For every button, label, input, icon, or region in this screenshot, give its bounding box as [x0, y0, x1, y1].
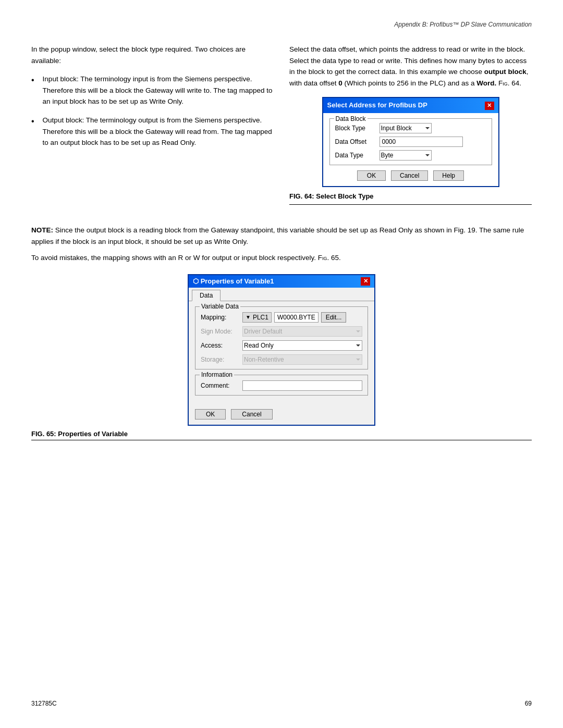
mapping-value: W0000.BYTE: [274, 312, 319, 323]
dialog1-title: Select Address for Profibus DP: [327, 100, 427, 111]
comment-row: Comment:: [201, 380, 362, 391]
dialog1-close-button[interactable]: ✕: [485, 102, 494, 110]
prop-ok-button[interactable]: OK: [195, 409, 226, 419]
data-type-row: Data Type Byte Word: [335, 150, 486, 161]
dialog1-title-text: Select Address for Profibus DP: [327, 100, 427, 111]
note-para2: To avoid mistakes, the mapping shows wit…: [31, 252, 532, 264]
info-group-title: Information: [200, 371, 234, 378]
prop-title-bar: ⬡ Properties of Variable1 ✕: [189, 275, 374, 288]
prop-title-icon: ⬡: [193, 277, 199, 285]
select-address-dialog: Select Address for Profibus DP ✕ Data Bl…: [322, 97, 499, 187]
variable-data-group: Variable Data Mapping: ▼ PLC1 W0000.BYT: [195, 306, 368, 369]
bullet-list: Input block: The terminology input is fr…: [31, 73, 274, 149]
mapping-row: Mapping: ▼ PLC1 W0000.BYTE Edit...: [201, 312, 362, 323]
plc-arrow-icon: ▼: [246, 314, 251, 320]
comment-label: Comment:: [201, 382, 242, 389]
storage-label: Storage:: [201, 356, 242, 363]
dialog1-title-bar: Select Address for Profibus DP ✕: [323, 98, 498, 113]
data-offset-label: Data Offset: [335, 137, 380, 147]
right-column: Select the data offset, which points the…: [289, 44, 532, 209]
intro-paragraph: In the popup window, select the block ty…: [31, 44, 274, 66]
note-section: NOTE: Since the output block is a readin…: [31, 225, 532, 264]
note-text: NOTE: Since the output block is a readin…: [31, 225, 532, 247]
dialog1-buttons: OK Cancel Help: [329, 170, 492, 181]
bullet-text-1: Input block: The terminology input is fr…: [43, 73, 274, 107]
bullet-text-2: Output block: The terminology output is …: [43, 115, 274, 149]
prop-cancel-button[interactable]: Cancel: [231, 409, 272, 419]
fig65-caption: FIG. 65: Properties of Variable: [31, 430, 532, 440]
plc-name: PLC1: [253, 314, 268, 321]
prop-body: Data Variable Data Mapping: ▼: [189, 288, 374, 425]
prop-close-button[interactable]: ✕: [361, 277, 370, 286]
access-label: Access:: [201, 342, 242, 349]
dialog1-wrapper: Select Address for Profibus DP ✕ Data Bl…: [289, 97, 532, 187]
storage-row: Storage: Non-Retentive: [201, 354, 362, 365]
tab-data[interactable]: Data: [192, 290, 221, 301]
mapping-value-text: W0000.BYTE: [277, 314, 315, 321]
data-offset-row: Data Offset: [335, 137, 486, 147]
block-type-row: Block Type Input Block Output Block: [335, 123, 486, 133]
prop-button-row: OK Cancel: [189, 406, 374, 425]
tab-data-label: Data: [200, 292, 213, 299]
block-type-select[interactable]: Input Block Output Block: [380, 123, 432, 133]
footer: 312785C 69: [31, 700, 532, 707]
block-type-label: Block Type: [335, 124, 380, 133]
edit-button[interactable]: Edit...: [321, 312, 347, 323]
information-group: Information Comment:: [195, 375, 368, 396]
properties-dialog: ⬡ Properties of Variable1 ✕ Data Variabl…: [188, 274, 375, 426]
footer-left: 312785C: [31, 700, 57, 707]
page: Appendix B: Profibus™ DP Slave Communica…: [0, 0, 563, 728]
dialog1-cancel-button[interactable]: Cancel: [391, 170, 428, 181]
fig64-caption: FIG. 64: Select Block Type: [289, 191, 532, 205]
mapping-control: ▼ PLC1 W0000.BYTE Edit...: [242, 312, 362, 323]
sign-mode-select: Driver Default: [242, 326, 362, 337]
left-column: In the popup window, select the block ty…: [31, 44, 274, 209]
access-row: Access: Read Only Write Only Read/Write: [201, 340, 362, 351]
dialog1-help-button[interactable]: Help: [433, 170, 464, 181]
comment-input[interactable]: [242, 380, 362, 391]
sign-mode-label: Sign Mode:: [201, 328, 242, 335]
data-offset-input[interactable]: [380, 137, 463, 147]
storage-select: Non-Retentive: [242, 354, 362, 365]
dialog1-data-block-group: Data Block Block Type Input Block Output…: [329, 118, 492, 165]
prop-content: Variable Data Mapping: ▼ PLC1 W0000.BYT: [189, 301, 374, 406]
footer-right: 69: [525, 700, 532, 707]
mapping-label: Mapping:: [201, 314, 242, 321]
dialog1-group-title: Data Block: [334, 114, 368, 124]
prop-title-text: Properties of Variable1: [201, 277, 274, 285]
right-intro: Select the data offset, which points the…: [289, 44, 532, 89]
prop-title: ⬡ Properties of Variable1: [193, 277, 274, 285]
list-item: Input block: The terminology input is fr…: [31, 73, 274, 107]
dialog1-body: Data Block Block Type Input Block Output…: [323, 113, 498, 186]
prop-tabs: Data: [189, 288, 374, 301]
list-item: Output block: The terminology output is …: [31, 115, 274, 149]
sign-mode-row: Sign Mode: Driver Default: [201, 326, 362, 337]
page-header: Appendix B: Profibus™ DP Slave Communica…: [31, 21, 532, 28]
header-text: Appendix B: Profibus™ DP Slave Communica…: [394, 21, 532, 28]
dialog2-wrapper: ⬡ Properties of Variable1 ✕ Data Variabl…: [31, 274, 532, 426]
dialog1-ok-button[interactable]: OK: [357, 170, 386, 181]
variable-data-group-title: Variable Data: [200, 303, 240, 310]
access-select[interactable]: Read Only Write Only Read/Write: [242, 340, 362, 351]
plc-tag: ▼ PLC1: [242, 312, 272, 323]
two-column-section: In the popup window, select the block ty…: [31, 44, 532, 209]
data-type-label: Data Type: [335, 151, 380, 161]
data-type-select[interactable]: Byte Word: [380, 150, 432, 161]
